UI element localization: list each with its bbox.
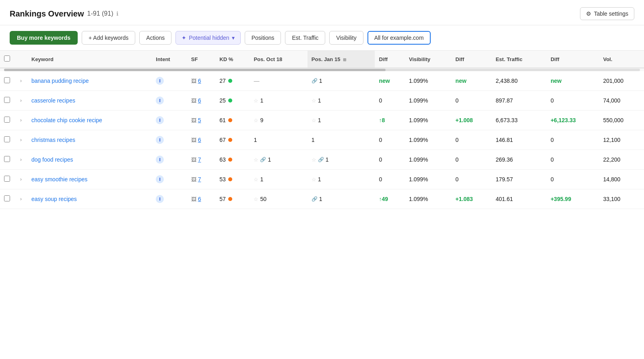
expand-button[interactable]: › bbox=[19, 117, 23, 124]
sf-value: 6 bbox=[198, 78, 201, 84]
intent-cell: I bbox=[152, 71, 187, 91]
col-header-intent[interactable]: Intent bbox=[152, 51, 187, 68]
expand-button[interactable]: › bbox=[19, 156, 23, 163]
expand-button[interactable]: › bbox=[19, 77, 23, 84]
col-header-est-traffic[interactable]: Est. Traffic bbox=[491, 51, 547, 68]
expand-cell[interactable]: › bbox=[14, 189, 27, 209]
star-icon: ☆ bbox=[312, 157, 316, 163]
sf-cell: 🖼 6 bbox=[187, 71, 216, 91]
kd-value: 27 bbox=[219, 78, 226, 84]
row-checkbox-cell[interactable] bbox=[0, 189, 14, 209]
expand-cell[interactable]: › bbox=[14, 150, 27, 170]
positions-button[interactable]: Positions bbox=[245, 31, 281, 45]
expand-cell[interactable]: › bbox=[14, 71, 27, 91]
expand-button[interactable]: › bbox=[19, 136, 23, 144]
select-all-checkbox[interactable] bbox=[4, 55, 10, 62]
star-icon: ☆ bbox=[254, 196, 258, 202]
scroll-indicator[interactable] bbox=[4, 69, 640, 71]
sf-icon: 🖼 bbox=[191, 176, 196, 183]
kd-cell: 27 bbox=[215, 71, 250, 91]
diff3-cell: 0 bbox=[547, 130, 599, 150]
pos-oct18-cell: ☆9 bbox=[250, 111, 307, 130]
pos-jan15-value: ☆1 bbox=[312, 97, 371, 104]
row-checkbox[interactable] bbox=[4, 156, 10, 162]
visibility-button[interactable]: Visibility bbox=[329, 31, 363, 45]
pos-oct18-value: ☆🔗1 bbox=[254, 156, 303, 163]
keyword-cell: chocolate chip cookie recipe bbox=[27, 111, 152, 130]
intent-badge: I bbox=[156, 136, 164, 144]
est-traffic-value: 179.57 bbox=[495, 176, 513, 183]
col-header-kd[interactable]: KD % bbox=[215, 51, 250, 68]
diff1-cell: new bbox=[375, 71, 405, 91]
diff3-value: 0 bbox=[551, 97, 554, 104]
kd-wrapper: 61 bbox=[219, 117, 246, 123]
keyword-link[interactable]: casserole recipes bbox=[31, 97, 75, 104]
sf-icon: 🖼 bbox=[191, 157, 196, 163]
sf-icon: 🖼 bbox=[191, 98, 196, 104]
col-header-vol[interactable]: Vol. bbox=[599, 51, 644, 68]
star-icon: ☆ bbox=[312, 176, 316, 183]
visibility-value: 1.099% bbox=[409, 156, 428, 163]
kd-dot bbox=[228, 197, 232, 201]
table-settings-button[interactable]: ⚙ Table settings bbox=[580, 7, 634, 20]
actions-button[interactable]: Actions bbox=[139, 31, 171, 45]
pos-jan15-cell: ☆🔗1 bbox=[308, 150, 375, 170]
est-traffic-button[interactable]: Est. Traffic bbox=[285, 31, 325, 45]
col-header-diff2[interactable]: Diff bbox=[452, 51, 492, 68]
row-checkbox-cell[interactable] bbox=[0, 111, 14, 130]
pos-oct18-value: ☆9 bbox=[254, 117, 303, 123]
row-checkbox[interactable] bbox=[4, 117, 10, 123]
row-checkbox-cell[interactable] bbox=[0, 71, 14, 91]
col-header-pos-jan15[interactable]: Pos. Jan 15 ⊞ bbox=[308, 51, 375, 68]
col-header-pos-oct18[interactable]: Pos. Oct 18 bbox=[250, 51, 307, 68]
expand-button[interactable]: › bbox=[19, 97, 23, 104]
col-header-diff3[interactable]: Diff bbox=[547, 51, 599, 68]
row-checkbox[interactable] bbox=[4, 136, 10, 142]
keyword-link[interactable]: easy smoothie recipes bbox=[31, 176, 87, 183]
keyword-link[interactable]: christmas recipes bbox=[31, 137, 75, 143]
col-header-visibility[interactable]: Visibility bbox=[405, 51, 452, 68]
select-all-header[interactable] bbox=[0, 51, 14, 68]
expand-cell[interactable]: › bbox=[14, 91, 27, 111]
keyword-link[interactable]: easy soup recipes bbox=[31, 196, 77, 202]
diff3-cell: 0 bbox=[547, 91, 599, 111]
keyword-link[interactable]: banana pudding recipe bbox=[31, 78, 89, 84]
expand-cell[interactable]: › bbox=[14, 111, 27, 130]
all-for-button[interactable]: All for example.com bbox=[367, 31, 431, 45]
col-header-sf[interactable]: SF bbox=[187, 51, 216, 68]
col-header-keyword[interactable]: Keyword bbox=[27, 51, 152, 68]
row-checkbox-cell[interactable] bbox=[0, 150, 14, 170]
expand-cell[interactable]: › bbox=[14, 130, 27, 150]
kd-wrapper: 67 bbox=[219, 137, 246, 143]
diff1-cell: 0 bbox=[375, 130, 405, 150]
expand-cell[interactable]: › bbox=[14, 170, 27, 189]
buy-keywords-button[interactable]: Buy more keywords bbox=[10, 31, 78, 45]
est-traffic-cell: 897.87 bbox=[491, 91, 547, 111]
intent-cell: I bbox=[152, 189, 187, 209]
vol-cell: 550,000 bbox=[599, 111, 644, 130]
expand-button[interactable]: › bbox=[19, 176, 23, 183]
diff2-cell: 0 bbox=[452, 150, 492, 170]
row-checkbox-cell[interactable] bbox=[0, 91, 14, 111]
row-checkbox-cell[interactable] bbox=[0, 170, 14, 189]
add-keywords-button[interactable]: + Add keywords bbox=[82, 31, 135, 45]
diff2-cell: 0 bbox=[452, 91, 492, 111]
link-icon: 🔗 bbox=[318, 157, 324, 162]
table-row: › banana pudding recipe I 🖼 6 27 — 🔗1 ne… bbox=[0, 71, 644, 91]
keyword-link[interactable]: dog food recipes bbox=[31, 156, 73, 163]
info-icon[interactable]: ℹ bbox=[116, 10, 118, 17]
diff2-cell: +1.008 bbox=[452, 111, 492, 130]
vol-value: 22,200 bbox=[603, 156, 620, 163]
diff3-cell: +6,123.33 bbox=[547, 111, 599, 130]
row-checkbox[interactable] bbox=[4, 176, 10, 182]
row-checkbox-cell[interactable] bbox=[0, 130, 14, 150]
keyword-link[interactable]: chocolate chip cookie recipe bbox=[31, 117, 102, 123]
expand-button[interactable]: › bbox=[19, 195, 23, 203]
row-checkbox[interactable] bbox=[4, 195, 10, 201]
pos-jan15-value: 🔗1 bbox=[312, 196, 371, 202]
sf-value: 6 bbox=[198, 137, 201, 143]
col-header-diff1[interactable]: Diff bbox=[375, 51, 405, 68]
row-checkbox[interactable] bbox=[4, 97, 10, 103]
row-checkbox[interactable] bbox=[4, 77, 10, 83]
potential-hidden-button[interactable]: ✦ Potential hidden ▾ bbox=[175, 31, 240, 45]
